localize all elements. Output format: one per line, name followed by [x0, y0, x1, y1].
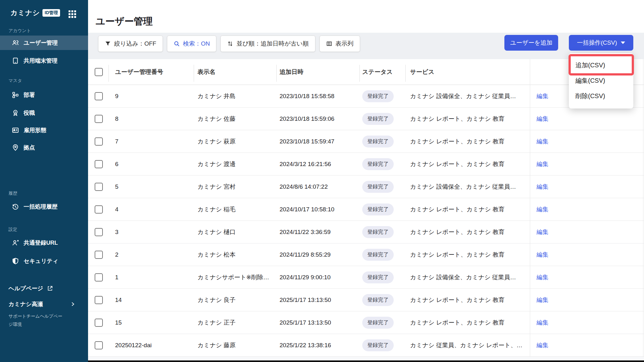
sort-button[interactable]: 並び順：追加日時が古い順 [220, 36, 315, 52]
edit-link[interactable]: 編集 [536, 115, 548, 122]
cell-services: カミナシ 設備保全、カミナシ 従業員… [405, 273, 532, 281]
cell-display-name: カミナシ 松本 [194, 251, 276, 259]
sidebar: カミナシ ID管理 アカウントユーザー管理共用端末管理マスタ部署役職雇用形態拠点… [0, 0, 88, 362]
row-checkbox[interactable] [95, 205, 103, 214]
row-checkbox[interactable] [95, 92, 103, 100]
account-menu[interactable]: カミナシ高瀬 [0, 297, 88, 311]
bulk-menu-item[interactable]: 追加(CSV) [569, 58, 633, 73]
search-button[interactable]: 検索：ON [167, 36, 217, 52]
sidebar-footer: ヘルプページ カミナシ高瀬 サポートチームヘルプペー ジ環境 [0, 281, 88, 328]
main-content: ユーザー管理 絞り込み：OFF 検索：ON 並び順：追加日時が古い順 表示列 [88, 0, 644, 362]
cell-services: カミナシ レポート、カミナシ 教育 [405, 137, 532, 146]
filter-button[interactable]: 絞り込み：OFF [98, 36, 163, 52]
edit-link[interactable]: 編集 [536, 229, 548, 235]
table-footer-strip [88, 357, 644, 360]
row-checkbox[interactable] [95, 319, 103, 327]
cell-status: 登録完了 [359, 339, 405, 351]
cell-display-name: カミナシ 宮村 [194, 183, 276, 191]
help-page-link[interactable]: ヘルプページ [0, 281, 88, 296]
sidebar-item[interactable]: 役職 [0, 106, 88, 120]
table-header-row: ユーザー管理番号 表示名 追加日時 ステータス サービス [88, 59, 644, 85]
edit-link[interactable]: 編集 [536, 342, 548, 348]
columns-button[interactable]: 表示列 [319, 36, 360, 52]
bulk-menu-item[interactable]: 編集(CSV) [569, 73, 633, 88]
col-header-status: ステータス [359, 68, 405, 76]
col-header-added-at: 追加日時 [276, 68, 359, 76]
cell-services: カミナシ レポート、カミナシ 教育 [405, 205, 532, 214]
edit-link[interactable]: 編集 [536, 274, 548, 281]
app-grid-icon[interactable] [69, 10, 76, 18]
table-row: 20250122-daiカミナシ 藤原2025/1/22 13:38:16登録完… [88, 334, 644, 357]
edit-link[interactable]: 編集 [536, 93, 548, 99]
row-checkbox[interactable] [95, 228, 103, 236]
cell-status: 登録完了 [359, 181, 405, 193]
cell-user-id: 1 [108, 274, 194, 281]
row-checkbox[interactable] [95, 251, 103, 259]
cell-services: カミナシ 設備保全、カミナシ 従業員… [405, 183, 532, 191]
cell-user-id: 15 [108, 319, 194, 326]
table-row: 2カミナシ 松本2024/11/29 8:55:29登録完了カミナシ レポート、… [88, 243, 644, 266]
row-checkbox[interactable] [95, 137, 103, 146]
edit-link[interactable]: 編集 [536, 251, 548, 258]
row-checkbox[interactable] [95, 273, 103, 281]
status-badge: 登録完了 [362, 136, 394, 148]
sidebar-section-label: マスタ [8, 78, 88, 83]
table-row: 14カミナシ 良子2025/1/17 13:13:50登録完了カミナシ レポート… [88, 289, 644, 311]
status-badge: 登録完了 [362, 339, 394, 351]
sidebar-item[interactable]: 共通登録URL [0, 236, 88, 250]
caret-down-icon [621, 42, 625, 44]
sidebar-item[interactable]: 拠点 [0, 140, 88, 155]
cell-display-name: カミナシ 良子 [194, 296, 276, 304]
select-all-checkbox[interactable] [95, 68, 103, 76]
sidebar-item[interactable]: セキュリティ [0, 254, 88, 268]
cell-services: カミナシ 設備保全、カミナシ 従業員… [405, 92, 532, 100]
page-title: ユーザー管理 [88, 0, 644, 28]
edit-link[interactable]: 編集 [536, 206, 548, 213]
cell-added-at: 2023/10/18 15:58:58 [276, 93, 359, 100]
sidebar-item[interactable]: 共用端末管理 [0, 53, 88, 68]
row-checkbox[interactable] [95, 296, 103, 304]
edit-link[interactable]: 編集 [536, 161, 548, 167]
cell-added-at: 2024/11/22 3:36:59 [276, 229, 359, 236]
user-table: ユーザー管理番号 表示名 追加日時 ステータス サービス 9カミナシ 井島202… [88, 59, 644, 357]
edit-link[interactable]: 編集 [536, 183, 548, 190]
shield-icon [12, 257, 19, 265]
edit-link[interactable]: 編集 [536, 319, 548, 326]
edit-link[interactable]: 編集 [536, 297, 548, 303]
add-user-button[interactable]: ユーザーを追加 [504, 35, 558, 51]
role-badge-icon [12, 109, 19, 117]
row-checkbox[interactable] [95, 160, 103, 168]
col-header-display-name: 表示名 [194, 68, 276, 76]
user-plus-icon [12, 239, 19, 247]
status-badge: 登録完了 [362, 226, 394, 238]
sort-icon [227, 41, 233, 47]
users-icon [12, 39, 19, 47]
cell-added-at: 2024/11/29 8:55:29 [276, 251, 359, 258]
edit-link[interactable]: 編集 [536, 138, 548, 145]
cell-status: 登録完了 [359, 113, 405, 125]
row-checkbox[interactable] [95, 183, 103, 191]
cell-user-id: 9 [108, 93, 194, 100]
history-icon [12, 203, 19, 210]
sidebar-item[interactable]: 一括処理履歴 [0, 199, 88, 214]
cell-display-name: カミナシ 稲毛 [194, 205, 276, 214]
sidebar-item[interactable]: ユーザー管理 [0, 36, 88, 50]
bulk-action-button[interactable]: 一括操作(CSV) [569, 35, 633, 51]
cell-added-at: 2025/1/17 13:13:50 [276, 319, 359, 326]
bulk-menu-item[interactable]: 削除(CSV) [569, 88, 633, 104]
toolbar: 絞り込み：OFF 検索：ON 並び順：追加日時が古い順 表示列 ユーザーを追加 … [88, 33, 644, 59]
cell-added-at: 2023/10/18 15:59:06 [276, 115, 359, 122]
cell-services: カミナシ レポート、カミナシ 教育 [405, 296, 532, 304]
sidebar-sections: アカウントユーザー管理共用端末管理マスタ部署役職雇用形態拠点履歴一括処理履歴設定… [0, 28, 88, 268]
map-pin-icon [12, 144, 19, 151]
row-checkbox[interactable] [95, 115, 103, 123]
table-row: 3カミナシ 樋口2024/11/22 3:36:59登録完了カミナシ レポート、… [88, 221, 644, 243]
status-badge: 登録完了 [362, 294, 394, 306]
table-row: 7カミナシ 萩原2023/10/18 15:59:47登録完了カミナシ レポート… [88, 130, 644, 153]
brand-badge: ID管理 [42, 9, 60, 17]
sidebar-item[interactable]: 部署 [0, 88, 88, 102]
col-header-user-id: ユーザー管理番号 [108, 68, 194, 76]
sidebar-item[interactable]: 雇用形態 [0, 123, 88, 137]
row-checkbox[interactable] [95, 341, 103, 349]
help-page-label: ヘルプページ [8, 285, 43, 292]
